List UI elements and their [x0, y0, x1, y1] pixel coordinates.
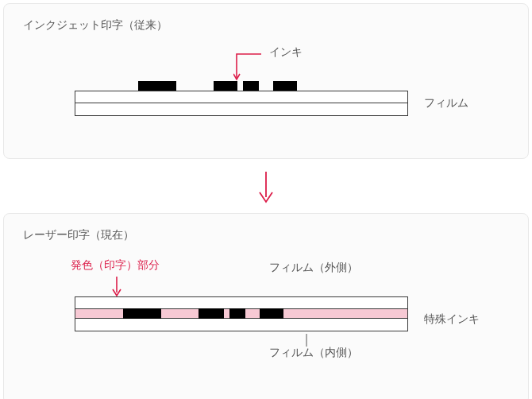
transition-arrow-icon: [254, 170, 278, 205]
ink-block: [273, 81, 297, 91]
film-inner-layer: [75, 319, 408, 331]
outer-film-label: フィルム（外側）: [269, 261, 358, 275]
ink-block: [123, 308, 161, 319]
film-label: フィルム: [424, 96, 468, 110]
ink-block: [229, 308, 245, 319]
film-layer: [75, 91, 408, 103]
diagram-inkjet: インキ フィルム: [23, 47, 509, 142]
film-stack: [75, 91, 408, 116]
film-layer: [75, 103, 408, 116]
callout-arrow-icon: [110, 276, 123, 298]
ink-block: [214, 81, 237, 91]
leader-line-icon: [301, 279, 302, 298]
diagram-laser: 発色（印字）部分 フィルム（外側） 特殊インキ フィルム（内側）: [23, 257, 509, 388]
leader-line-icon: [303, 334, 310, 347]
colored-part-label: 発色（印字）部分: [71, 258, 160, 273]
inner-film-label: フィルム（内側）: [269, 346, 358, 360]
panel-inkjet: インクジェット印字（従来） インキ フィルム: [3, 3, 529, 159]
ink-block: [138, 81, 176, 91]
panel-title-laser: レーザー印字（現在）: [23, 228, 509, 242]
panel-title-inkjet: インクジェット印字（従来）: [23, 18, 509, 33]
film-stack: [75, 296, 408, 331]
ink-block: [260, 308, 283, 319]
special-ink-layer: [75, 309, 408, 319]
ink-block: [243, 81, 259, 91]
panel-laser: レーザー印字（現在） 発色（印字）部分 フィルム（外側） 特殊インキ フィルム（…: [3, 213, 529, 399]
special-ink-label: 特殊インキ: [424, 312, 480, 327]
ink-label: インキ: [269, 45, 303, 60]
ink-block: [199, 308, 224, 319]
callout-arrow-icon: [233, 53, 265, 83]
film-outer-layer: [75, 296, 408, 309]
